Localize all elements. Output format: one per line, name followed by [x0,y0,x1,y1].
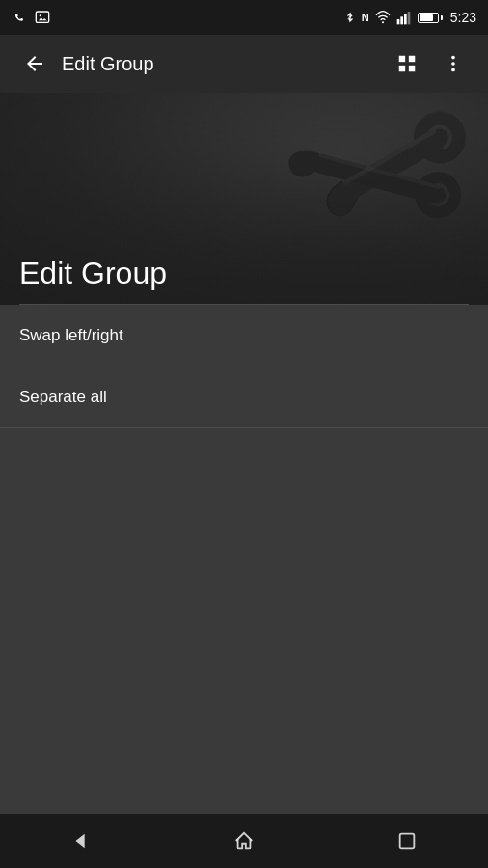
bottom-navigation [0,814,488,868]
more-options-button[interactable] [434,44,473,83]
status-bar-right-icons: N 5:23 [344,10,476,25]
svg-rect-8 [409,56,415,62]
signal-icon [396,10,412,25]
svg-rect-5 [404,14,407,25]
swap-menu-item[interactable]: Swap left/right [0,305,488,366]
hero-title: Edit Group [19,256,167,291]
svg-rect-9 [399,66,405,71]
separate-label: Separate all [19,388,107,407]
app-bar-title: Edit Group [62,53,388,75]
svg-rect-6 [407,12,410,24]
svg-rect-23 [399,834,414,849]
svg-point-13 [451,68,455,72]
svg-point-1 [40,14,41,16]
nfc-icon: N [362,12,369,23]
photo-icon [35,10,50,25]
svg-point-2 [382,21,384,23]
hero-divider [19,304,469,305]
status-bar: N 5:23 [0,0,488,35]
svg-rect-4 [400,16,403,24]
app-bar: Edit Group [0,35,488,93]
nav-recents-button[interactable] [378,814,436,868]
time-display: 5:23 [450,10,476,25]
wifi-icon [375,10,391,25]
separate-menu-item[interactable]: Separate all [0,366,488,428]
svg-rect-0 [36,12,48,22]
bluetooth-icon [344,10,356,25]
back-button[interactable] [15,44,54,83]
status-bar-left-icons [12,10,50,25]
whatsapp-icon [12,10,27,25]
battery-indicator [418,13,443,23]
svg-rect-10 [409,66,415,71]
app-bar-actions [388,44,473,83]
content-area: Swap left/right Separate all [0,305,488,428]
svg-rect-7 [399,56,405,62]
svg-rect-3 [396,19,399,24]
swap-label: Swap left/right [19,326,123,345]
svg-point-11 [451,56,455,60]
svg-marker-22 [76,834,85,849]
grid-view-button[interactable] [388,44,426,83]
nav-home-button[interactable] [215,814,273,868]
svg-point-12 [451,62,455,66]
hero-area: Edit Group [0,93,488,305]
nav-back-button[interactable] [52,814,110,868]
